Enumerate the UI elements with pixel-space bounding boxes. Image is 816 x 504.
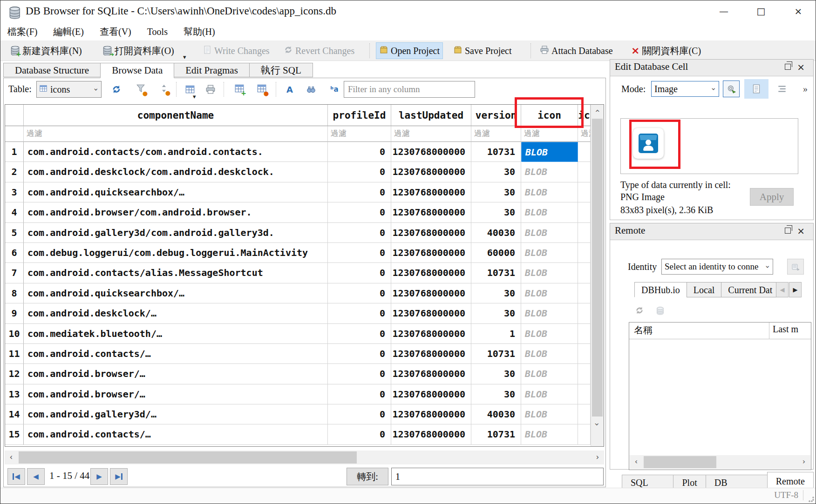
column-divider[interactable] — [769, 323, 769, 339]
cell-componentName[interactable]: com.android.deskclock/com.android.deskcl… — [24, 162, 328, 182]
remote-refresh-button[interactable] — [632, 303, 646, 317]
row-number[interactable]: 13 — [5, 384, 24, 404]
cell-version[interactable]: 40030 — [471, 404, 521, 424]
find-button[interactable] — [303, 81, 320, 98]
cell-version[interactable]: 30 — [471, 303, 521, 323]
toolbar-overflow-button[interactable]: » — [798, 81, 812, 97]
goto-button[interactable]: 轉到: — [347, 468, 388, 485]
cell-profileId[interactable]: 0 — [328, 223, 391, 243]
row-number[interactable]: 14 — [5, 404, 24, 424]
cell-icon-blob[interactable]: BLOB — [521, 404, 578, 424]
save-project-button[interactable]: Save Project — [450, 42, 515, 59]
cell-partial[interactable] — [578, 263, 591, 283]
horizontal-scrollbar-thumb[interactable] — [19, 451, 357, 464]
cell-icon-blob[interactable]: BLOB — [521, 344, 578, 364]
encoding-button[interactable]: ᵇa — [326, 81, 343, 98]
cell-componentName[interactable]: com.android.quicksearchbox/… — [24, 283, 328, 303]
menu-tools[interactable]: Tools — [140, 23, 175, 40]
cell-componentName[interactable]: com.android.deskclock/… — [24, 303, 328, 323]
open-database-dropdown[interactable]: ▾ — [183, 53, 186, 61]
cell-partial[interactable] — [578, 202, 591, 222]
row-number[interactable]: 12 — [5, 364, 24, 384]
cell-version[interactable]: 10731 — [471, 263, 521, 283]
tab-execute-sql[interactable]: 執行 SQL — [249, 63, 313, 77]
goto-record-input[interactable] — [391, 468, 604, 485]
row-number[interactable]: 8 — [5, 283, 24, 303]
grid-header-icon[interactable]: icon — [521, 105, 578, 126]
remote-scrollbar-thumb[interactable] — [644, 456, 716, 468]
open-project-button[interactable]: Open Project — [376, 42, 443, 59]
cell-lastUpdated[interactable]: 1230768000000 — [391, 424, 471, 444]
cell-version[interactable]: 30 — [471, 364, 521, 384]
tab-dbhub[interactable]: DBHub.io — [634, 282, 687, 297]
cell-componentName[interactable]: com.android.browser/… — [24, 364, 328, 384]
cell-version[interactable]: 60000 — [471, 243, 521, 263]
cell-componentName[interactable]: com.android.contacts/com.android.contact… — [24, 142, 328, 162]
filter-cell-icon[interactable]: 過濾 — [521, 126, 578, 142]
apply-button[interactable]: Apply — [750, 188, 794, 206]
grid-header-partial[interactable]: ic — [578, 105, 591, 126]
tab-scroll-right-button[interactable]: ▶ — [789, 282, 802, 297]
cell-partial[interactable] — [578, 344, 591, 364]
remote-clone-button[interactable] — [653, 303, 667, 317]
clear-filters-button[interactable]: ● — [132, 81, 149, 98]
cell-version[interactable]: 30 — [471, 384, 521, 404]
cell-lastUpdated[interactable]: 1230768000000 — [391, 243, 471, 263]
revert-changes-button[interactable]: Revert Changes — [281, 42, 357, 59]
cell-componentName[interactable]: com.android.quicksearchbox/… — [24, 182, 328, 202]
word-wrap-button[interactable] — [774, 81, 790, 97]
vertical-scrollbar-thumb[interactable] — [592, 119, 603, 417]
cell-partial[interactable] — [578, 303, 591, 323]
row-number[interactable]: 15 — [5, 424, 24, 444]
cell-icon-blob[interactable]: BLOB — [521, 202, 578, 222]
cell-profileId[interactable]: 0 — [328, 162, 391, 182]
cell-profileId[interactable]: 0 — [328, 142, 391, 162]
open-database-button[interactable]: ➔ 打開資料庫(O) — [99, 42, 177, 59]
row-number[interactable]: 2 — [5, 162, 24, 182]
identity-select[interactable]: Select an identity to conne › — [661, 259, 773, 275]
filter-cell-partial[interactable]: 過濾 — [578, 126, 591, 142]
tab-edit-pragmas[interactable]: Edit Pragmas — [174, 63, 249, 77]
prev-page-button[interactable]: ◀ — [27, 468, 45, 485]
cell-partial[interactable] — [578, 283, 591, 303]
print-button[interactable] — [202, 81, 219, 98]
tab-database-structure[interactable]: Database Structure — [3, 63, 100, 77]
menu-file[interactable]: 檔案(F) — [0, 23, 44, 40]
cell-profileId[interactable]: 0 — [328, 344, 391, 364]
scroll-right-icon[interactable]: › — [797, 455, 810, 469]
scroll-right-icon[interactable]: › — [591, 450, 604, 464]
cell-partial[interactable] — [578, 424, 591, 444]
float-panel-icon[interactable] — [785, 228, 791, 234]
cell-version[interactable]: 30 — [471, 182, 521, 202]
maximize-button[interactable]: □ — [748, 0, 775, 22]
attach-database-button[interactable]: Attach Database — [537, 42, 616, 59]
cell-profileId[interactable]: 0 — [328, 243, 391, 263]
grid-header-profileId[interactable]: profileId — [328, 105, 391, 126]
first-page-button[interactable]: ◀ — [7, 468, 25, 485]
row-number[interactable]: 5 — [5, 223, 24, 243]
last-page-button[interactable]: ▶ — [110, 468, 128, 485]
row-number[interactable]: 10 — [5, 324, 24, 344]
text-mode-button[interactable] — [744, 79, 768, 99]
remote-header-lastmodified[interactable]: Last m — [773, 324, 798, 335]
menu-view[interactable]: 查看(V) — [93, 23, 138, 40]
write-changes-button[interactable]: Write Changes — [200, 42, 272, 59]
cell-icon-blob[interactable]: BLOB — [521, 364, 578, 384]
mode-select[interactable]: Image › — [651, 81, 719, 97]
resize-grip[interactable] — [809, 497, 814, 502]
row-number[interactable]: 1 — [5, 142, 24, 162]
cell-profileId[interactable]: 0 — [328, 283, 391, 303]
cell-lastUpdated[interactable]: 1230768000000 — [391, 263, 471, 283]
delete-record-button[interactable]: ● — [253, 81, 270, 98]
filter-cell-version[interactable]: 過濾 — [471, 126, 521, 142]
row-number[interactable]: 9 — [5, 303, 24, 323]
global-filter-input[interactable] — [344, 81, 475, 98]
cell-lastUpdated[interactable]: 1230768000000 — [391, 182, 471, 202]
cell-icon-blob[interactable]: BLOB — [521, 263, 578, 283]
filter-cell-profileId[interactable]: 過濾 — [328, 126, 391, 142]
cell-icon-blob[interactable]: BLOB — [521, 223, 578, 243]
scroll-up-icon[interactable]: › — [591, 105, 604, 118]
encoding-status[interactable]: UTF-8 — [769, 490, 803, 500]
row-number[interactable]: 4 — [5, 202, 24, 222]
cell-lastUpdated[interactable]: 1230768000000 — [391, 324, 471, 344]
